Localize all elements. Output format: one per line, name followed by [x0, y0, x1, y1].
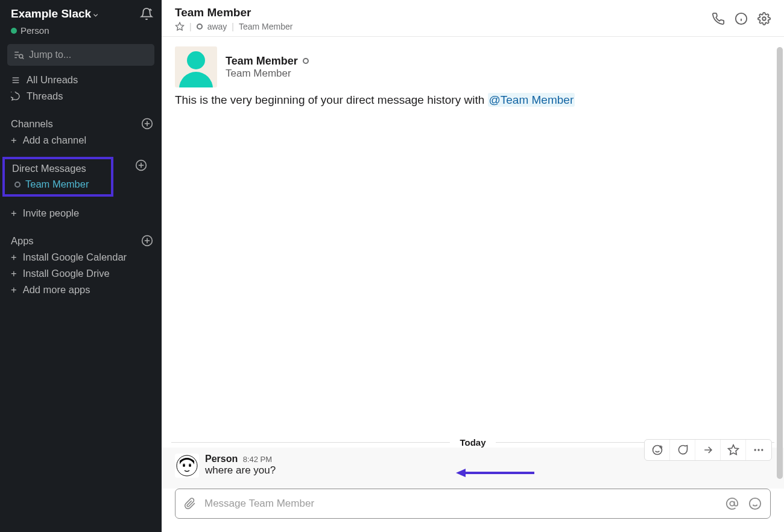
nav-all-unreads[interactable]: All Unreads — [0, 72, 162, 88]
presence-away-icon — [303, 58, 309, 64]
save-button[interactable] — [721, 440, 746, 460]
star-icon[interactable] — [175, 22, 185, 31]
plus-icon: + — [11, 135, 17, 146]
svg-point-31 — [754, 449, 756, 451]
svg-point-3 — [19, 54, 23, 58]
jump-placeholder: Jump to... — [29, 49, 71, 60]
app-item-add-more[interactable]: + Add more apps — [0, 282, 162, 298]
avatar[interactable] — [175, 454, 199, 478]
workspace-switcher[interactable]: Example Slack ⌵ — [11, 7, 98, 21]
annotation-highlight-dm: Direct Messages Team Member — [2, 157, 113, 197]
search-list-icon — [13, 49, 24, 60]
invite-label: Invite people — [23, 207, 80, 219]
conversation-header: Team Member | away | Team Member — [162, 0, 784, 37]
add-app-icon[interactable] — [141, 235, 153, 247]
intro-name[interactable]: Team Member — [226, 55, 298, 68]
plus-icon: + — [11, 252, 17, 263]
scrollbar[interactable] — [777, 47, 783, 479]
emoji-icon[interactable] — [748, 497, 762, 510]
thread-button[interactable] — [670, 440, 695, 460]
nav-all-unreads-label: All Unreads — [27, 74, 78, 86]
notifications-icon[interactable] — [140, 7, 153, 21]
svg-line-4 — [22, 58, 24, 59]
threads-icon — [11, 92, 21, 101]
header-subtitle: Team Member — [239, 22, 292, 31]
message-timestamp: 8:42 PM — [243, 455, 272, 464]
add-channel-label: Add a channel — [23, 135, 87, 146]
svg-marker-30 — [728, 445, 738, 455]
message-author[interactable]: Person — [205, 454, 238, 464]
conversation-title[interactable]: Team Member — [175, 6, 292, 19]
svg-point-32 — [757, 449, 759, 451]
message-row[interactable]: Person 8:42 PM where are you? — [162, 448, 784, 489]
section-channels-label: Channels — [11, 118, 53, 130]
chevron-down-icon: ⌵ — [93, 10, 98, 18]
section-dm-label: Direct Messages — [12, 163, 86, 174]
add-channel-link[interactable]: + Add a channel — [0, 132, 162, 148]
presence-away-icon — [197, 24, 203, 30]
svg-point-24 — [189, 464, 191, 467]
plus-icon: + — [11, 284, 17, 296]
svg-point-23 — [183, 464, 185, 467]
svg-point-36 — [730, 501, 734, 505]
avatar[interactable] — [175, 46, 217, 87]
section-apps-label: Apps — [11, 235, 34, 247]
dm-intro: Team Member Team Member — [162, 37, 784, 92]
section-apps[interactable]: Apps — [0, 232, 162, 249]
add-reaction-button[interactable] — [645, 440, 670, 460]
call-icon[interactable] — [712, 12, 725, 25]
svg-point-21 — [762, 17, 766, 21]
invite-people[interactable]: + Invite people — [0, 205, 162, 221]
intro-subtitle: Team Member — [226, 68, 309, 80]
add-dm-icon[interactable] — [135, 159, 147, 171]
separator: | — [232, 22, 234, 31]
jump-to-search[interactable]: Jump to... — [7, 44, 154, 66]
message-actions-toolbar — [644, 439, 772, 461]
plus-icon: + — [11, 207, 17, 219]
mention-link[interactable]: @Team Member — [488, 93, 575, 107]
main-pane: Team Member | away | Team Member Tea — [162, 0, 784, 532]
svg-point-33 — [761, 449, 763, 451]
info-icon[interactable] — [735, 12, 748, 25]
gear-icon[interactable] — [757, 12, 771, 25]
unreads-icon — [11, 75, 21, 85]
message-text: where are you? — [205, 464, 276, 477]
section-direct-messages[interactable]: Direct Messages — [5, 160, 111, 177]
attachment-icon[interactable] — [184, 498, 196, 510]
svg-point-37 — [750, 498, 760, 509]
more-actions-button[interactable] — [746, 440, 771, 460]
separator: | — [189, 22, 192, 31]
date-divider-label: Today — [450, 437, 495, 448]
plus-icon: + — [11, 268, 17, 279]
nav-threads[interactable]: Threads — [0, 88, 162, 104]
add-channel-icon[interactable] — [141, 118, 153, 130]
nav-threads-label: Threads — [27, 90, 63, 102]
current-user-name: Person — [21, 25, 49, 36]
svg-marker-17 — [175, 22, 183, 30]
app-item-google-calendar[interactable]: + Install Google Calendar — [0, 249, 162, 265]
presence-away-icon — [14, 182, 21, 188]
sidebar: Example Slack ⌵ Person Jump to... All Un… — [0, 0, 162, 532]
svg-marker-35 — [456, 469, 466, 477]
workspace-name: Example Slack — [11, 7, 91, 21]
composer-input[interactable] — [204, 498, 717, 510]
status-text: away — [207, 22, 227, 31]
dm-item-label: Team Member — [25, 179, 89, 190]
dm-intro-text: This is the very beginning of your direc… — [162, 92, 784, 113]
current-user[interactable]: Person — [0, 24, 162, 40]
dm-item-team-member[interactable]: Team Member — [5, 177, 111, 192]
share-button[interactable] — [695, 440, 721, 460]
intro-text-prefix: This is the very beginning of your direc… — [175, 93, 488, 106]
app-label: Install Google Drive — [23, 268, 110, 279]
app-label: Install Google Calendar — [23, 252, 127, 263]
section-channels[interactable]: Channels — [0, 115, 162, 132]
app-label: Add more apps — [23, 284, 90, 296]
message-composer[interactable] — [175, 489, 771, 519]
app-item-google-drive[interactable]: + Install Google Drive — [0, 265, 162, 282]
mention-icon[interactable] — [726, 497, 739, 510]
presence-active-icon — [11, 28, 17, 34]
annotation-arrow — [456, 467, 534, 479]
